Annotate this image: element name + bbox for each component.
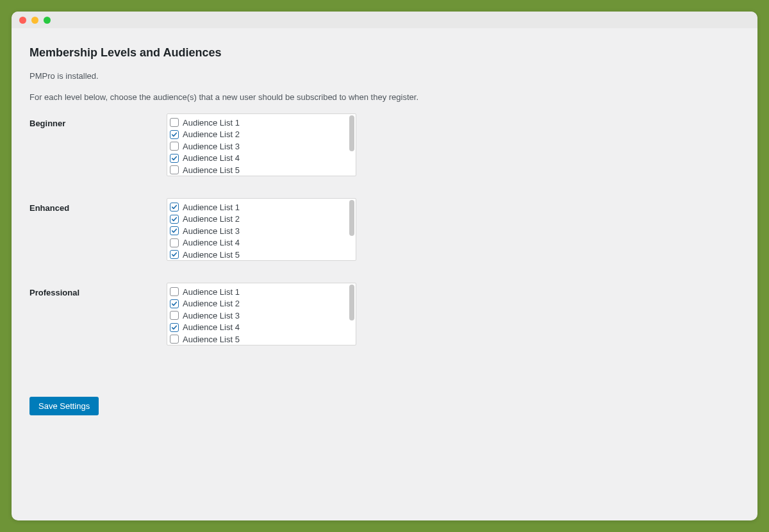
level-label: Enhanced bbox=[29, 198, 167, 213]
audience-option[interactable]: Audience List 2 bbox=[170, 298, 343, 310]
audience-listbox[interactable]: Audience List 1Audience List 2Audience L… bbox=[167, 283, 356, 345]
titlebar bbox=[12, 12, 757, 28]
scrollbar-thumb[interactable] bbox=[349, 115, 354, 151]
audience-option[interactable]: Audience List 2 bbox=[170, 213, 343, 226]
checkbox-icon[interactable] bbox=[170, 323, 179, 332]
audience-option-label: Audience List 2 bbox=[183, 129, 240, 139]
content-area: Membership Levels and Audiences PMPro is… bbox=[12, 28, 757, 429]
save-settings-button[interactable]: Save Settings bbox=[29, 397, 99, 415]
audience-listbox-scroll[interactable]: Audience List 1Audience List 2Audience L… bbox=[167, 283, 347, 345]
audience-listbox[interactable]: Audience List 1Audience List 2Audience L… bbox=[167, 198, 356, 261]
app-window: Membership Levels and Audiences PMPro is… bbox=[12, 12, 757, 520]
checkbox-icon[interactable] bbox=[170, 165, 179, 174]
checkbox-icon[interactable] bbox=[170, 142, 179, 151]
audience-option-label: Audience List 5 bbox=[183, 335, 240, 344]
audience-option[interactable]: Audience List 5 bbox=[170, 249, 343, 260]
audience-option-label: Audience List 5 bbox=[183, 250, 240, 260]
scrollbar-thumb[interactable] bbox=[349, 200, 354, 236]
checkbox-icon[interactable] bbox=[170, 130, 179, 139]
level-label: Beginner bbox=[29, 113, 167, 128]
audience-option-label: Audience List 2 bbox=[183, 299, 240, 308]
audience-option-label: Audience List 4 bbox=[183, 153, 240, 163]
level-row: ProfessionalAudience List 1Audience List… bbox=[29, 283, 740, 345]
scrollbar-thumb[interactable] bbox=[349, 285, 354, 320]
audience-option[interactable]: Audience List 3 bbox=[170, 140, 343, 153]
audience-listbox-scroll[interactable]: Audience List 1Audience List 2Audience L… bbox=[167, 199, 347, 260]
audience-option[interactable]: Audience List 4 bbox=[170, 322, 343, 334]
audience-option-label: Audience List 2 bbox=[183, 214, 240, 224]
audience-option[interactable]: Audience List 4 bbox=[170, 153, 343, 165]
audience-option[interactable]: Audience List 5 bbox=[170, 164, 343, 176]
audience-option[interactable]: Audience List 3 bbox=[170, 310, 343, 322]
audience-option[interactable]: Audience List 1 bbox=[170, 117, 343, 129]
audience-option[interactable]: Audience List 1 bbox=[170, 286, 343, 298]
checkbox-icon[interactable] bbox=[170, 287, 179, 296]
audience-option[interactable]: Audience List 2 bbox=[170, 129, 343, 141]
scrollbar[interactable] bbox=[348, 200, 354, 259]
page-title: Membership Levels and Audiences bbox=[29, 46, 740, 60]
checkbox-icon[interactable] bbox=[170, 335, 179, 344]
checkbox-icon[interactable] bbox=[170, 226, 179, 235]
checkbox-icon[interactable] bbox=[170, 118, 179, 127]
audience-option-label: Audience List 3 bbox=[183, 311, 240, 320]
checkbox-icon[interactable] bbox=[170, 299, 179, 308]
audience-option-label: Audience List 1 bbox=[183, 118, 240, 128]
checkbox-icon[interactable] bbox=[170, 250, 179, 259]
audience-listbox[interactable]: Audience List 1Audience List 2Audience L… bbox=[167, 113, 356, 176]
level-row: BeginnerAudience List 1Audience List 2Au… bbox=[29, 113, 740, 176]
audience-option-label: Audience List 3 bbox=[183, 226, 240, 236]
level-label: Professional bbox=[29, 283, 167, 297]
audience-option[interactable]: Audience List 5 bbox=[170, 333, 343, 345]
level-row: EnhancedAudience List 1Audience List 2Au… bbox=[29, 198, 740, 261]
audience-option-label: Audience List 3 bbox=[183, 142, 240, 151]
checkbox-icon[interactable] bbox=[170, 238, 179, 247]
scrollbar[interactable] bbox=[348, 115, 354, 174]
audience-option-label: Audience List 5 bbox=[183, 165, 240, 175]
checkbox-icon[interactable] bbox=[170, 215, 179, 224]
install-status: PMPro is installed. bbox=[29, 71, 740, 81]
window-close-icon[interactable] bbox=[19, 17, 26, 24]
checkbox-icon[interactable] bbox=[170, 203, 179, 212]
audience-option[interactable]: Audience List 1 bbox=[170, 201, 343, 213]
audience-option-label: Audience List 1 bbox=[183, 203, 240, 212]
checkbox-icon[interactable] bbox=[170, 154, 179, 163]
audience-option-label: Audience List 1 bbox=[183, 287, 240, 297]
audience-option-label: Audience List 4 bbox=[183, 238, 240, 247]
checkbox-icon[interactable] bbox=[170, 311, 179, 320]
audience-option[interactable]: Audience List 4 bbox=[170, 237, 343, 249]
audience-option-label: Audience List 4 bbox=[183, 322, 240, 332]
window-zoom-icon[interactable] bbox=[44, 17, 51, 24]
window-minimize-icon[interactable] bbox=[31, 17, 38, 24]
scrollbar[interactable] bbox=[348, 285, 354, 344]
page-description: For each level below, choose the audienc… bbox=[29, 92, 740, 102]
audience-option[interactable]: Audience List 3 bbox=[170, 225, 343, 237]
audience-listbox-scroll[interactable]: Audience List 1Audience List 2Audience L… bbox=[167, 114, 347, 176]
